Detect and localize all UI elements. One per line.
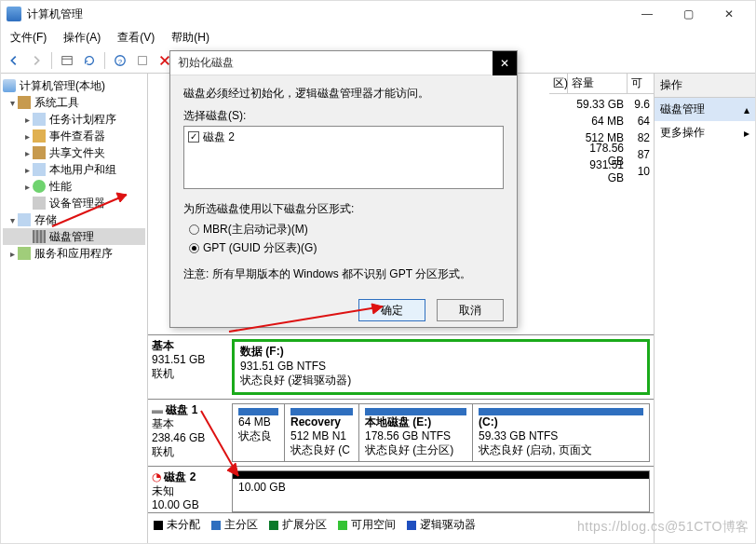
legend: 未分配 主分区 扩展分区 可用空间 逻辑驱动器 xyxy=(148,512,654,537)
disk-checkbox[interactable]: ✓ xyxy=(188,131,199,143)
refresh-button[interactable] xyxy=(80,51,99,70)
tree-item-share[interactable]: ▸共享文件夹 xyxy=(3,144,145,161)
disk-row-f[interactable]: 基本 931.51 GB 联机 数据 (F:) 931.51 GB NTFS 状… xyxy=(148,334,654,399)
volume-list-header: 区) 容量 可 xyxy=(549,74,654,94)
svg-text:?: ? xyxy=(118,57,123,65)
disk-row-2[interactable]: ◔ 磁盘 2 未知 10.00 GB 10.00 GB xyxy=(148,466,654,512)
actions-header: 操作 xyxy=(655,74,755,98)
vol-cap[interactable]: 931.51 GB xyxy=(568,158,628,184)
dialog-message: 磁盘必须经过初始化，逻辑磁盘管理器才能访问。 xyxy=(183,85,504,102)
disk-select-list[interactable]: ✓ 磁盘 2 xyxy=(183,126,504,189)
disk1-part-e[interactable]: 本地磁盘 (E:)178.56 GB NTFS状态良好 (主分区) xyxy=(359,404,473,461)
tree-item-event[interactable]: ▸事件查看器 xyxy=(3,128,145,144)
disk-f-size: 931.51 GB xyxy=(152,353,205,366)
svg-rect-0 xyxy=(62,56,73,64)
disk2-vol-size: 10.00 GB xyxy=(233,479,649,496)
menu-view[interactable]: 查看(V) xyxy=(114,28,158,48)
tree-disk-mgmt[interactable]: 磁盘管理 xyxy=(3,228,145,245)
vol-f-status: 状态良好 (逻辑驱动器) xyxy=(240,374,351,387)
window-titlebar: 计算机管理 — ▢ ✕ xyxy=(1,1,755,27)
disk-row-1[interactable]: ▬ 磁盘 1 基本 238.46 GB 联机 64 MB状态良 Recovery… xyxy=(148,399,654,466)
window-controls: — ▢ ✕ xyxy=(627,1,749,27)
vol-f-label: 数据 (F:) xyxy=(240,345,284,358)
tree-item-device[interactable]: 设备管理器 xyxy=(3,195,145,211)
tree-item-users[interactable]: ▸本地用户和组 xyxy=(3,161,145,178)
disk1-part-c[interactable]: (C:)59.33 GB NTFS状态良好 (启动, 页面文 xyxy=(473,404,649,461)
col-free[interactable]: 可 xyxy=(628,74,652,93)
svg-rect-4 xyxy=(139,56,147,64)
back-button[interactable] xyxy=(5,51,23,70)
ok-button[interactable]: 确定 xyxy=(358,299,425,321)
tree-systools[interactable]: ▾系统工具 xyxy=(3,94,145,111)
tree-item-task[interactable]: ▸任务计划程序 xyxy=(3,111,145,128)
initialize-disk-dialog: 初始化磁盘 ✕ 磁盘必须经过初始化，逻辑磁盘管理器才能访问。 选择磁盘(S): … xyxy=(169,50,518,328)
disk-list-item[interactable]: ✓ 磁盘 2 xyxy=(184,127,503,147)
tree-root[interactable]: 计算机管理(本地) xyxy=(3,77,145,94)
nav-tree[interactable]: 计算机管理(本地) ▾系统工具 ▸任务计划程序 ▸事件查看器 ▸共享文件夹 ▸本… xyxy=(1,74,148,543)
disk2-title: 磁盘 2 xyxy=(164,470,196,483)
disk1-title: 磁盘 1 xyxy=(166,403,197,416)
col-capacity[interactable]: 容量 xyxy=(568,74,628,93)
col-layout-end[interactable]: 区) xyxy=(549,74,568,93)
actions-section-disk[interactable]: 磁盘管理▴ xyxy=(655,98,755,121)
tree-item-perf[interactable]: ▸性能 xyxy=(3,178,145,195)
tree-storage[interactable]: ▾存储 xyxy=(3,211,145,228)
help-button[interactable]: ? xyxy=(111,51,129,70)
disk-item-label: 磁盘 2 xyxy=(203,129,235,145)
disk-f-status: 联机 xyxy=(152,367,174,380)
vol-cap[interactable]: 64 MB xyxy=(568,115,628,128)
dialog-close-button[interactable]: ✕ xyxy=(493,51,517,75)
menubar: 文件(F) 操作(A) 查看(V) 帮助(H) xyxy=(1,27,755,48)
disk1-partitions: 64 MB状态良 Recovery512 MB N1状态良好 (C 本地磁盘 (… xyxy=(232,403,650,462)
minimize-button[interactable]: — xyxy=(627,1,668,27)
disk-f-type: 基本 xyxy=(152,339,174,352)
forward-button[interactable] xyxy=(27,51,46,70)
vol-f-size: 931.51 GB NTFS xyxy=(240,360,326,373)
vol-cap[interactable]: 59.33 GB xyxy=(568,98,628,111)
disk2-unallocated[interactable]: 10.00 GB xyxy=(232,470,650,512)
radio-mbr[interactable]: MBR(主启动记录)(M) xyxy=(189,221,504,238)
app-icon xyxy=(7,7,21,21)
actions-pane: 操作 磁盘管理▴ 更多操作▸ xyxy=(655,74,755,543)
tree-services[interactable]: ▸服务和应用程序 xyxy=(3,245,145,262)
menu-action[interactable]: 操作(A) xyxy=(60,28,104,48)
close-button[interactable]: ✕ xyxy=(709,1,749,27)
disk-f-volume[interactable]: 数据 (F:) 931.51 GB NTFS 状态良好 (逻辑驱动器) xyxy=(232,339,650,395)
disk1-part-recovery[interactable]: Recovery512 MB N1状态良好 (C xyxy=(285,404,359,461)
toolbar-button-2[interactable] xyxy=(133,51,152,70)
disk-graphical-view: 基本 931.51 GB 联机 数据 (F:) 931.51 GB NTFS 状… xyxy=(148,334,654,543)
menu-help[interactable]: 帮助(H) xyxy=(168,28,213,48)
maximize-button[interactable]: ▢ xyxy=(668,1,709,27)
dialog-note: 注意: 所有早期版本的 Windows 都不识别 GPT 分区形式。 xyxy=(183,265,504,282)
dialog-title: 初始化磁盘 xyxy=(178,55,234,71)
window-title: 计算机管理 xyxy=(27,7,83,22)
toolbar-button[interactable] xyxy=(58,51,76,70)
disk1-part1[interactable]: 64 MB状态良 xyxy=(233,404,285,461)
dialog-titlebar[interactable]: 初始化磁盘 ✕ xyxy=(170,51,517,75)
select-disk-label: 选择磁盘(S): xyxy=(183,107,504,124)
actions-more[interactable]: 更多操作▸ xyxy=(655,121,755,144)
cancel-button[interactable]: 取消 xyxy=(437,299,504,321)
menu-file[interactable]: 文件(F) xyxy=(7,28,50,48)
partition-style-label: 为所选磁盘使用以下磁盘分区形式: xyxy=(183,200,504,217)
radio-gpt[interactable]: GPT (GUID 分区表)(G) xyxy=(189,239,504,256)
